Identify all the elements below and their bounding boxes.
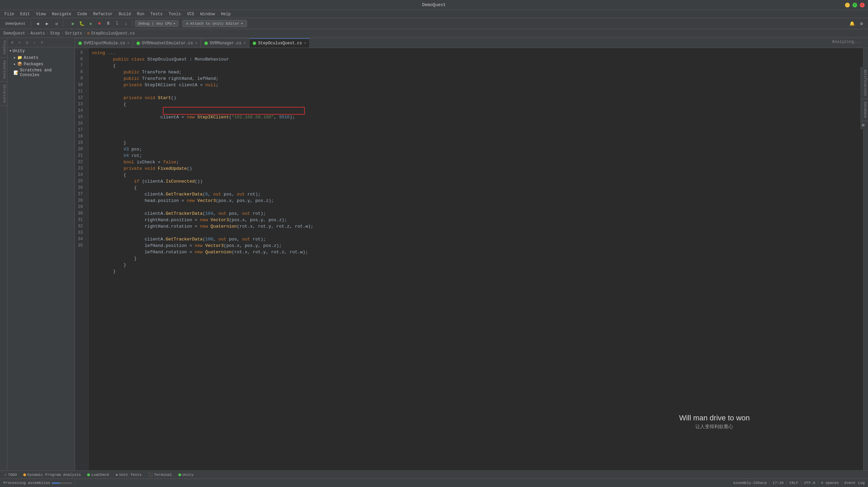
tab-ovrmanager[interactable]: OVRManager.cs ×: [201, 38, 249, 48]
tree-toolbar: ⚙ ⇔ ◎ ↕ ≡: [7, 38, 75, 47]
bottom-tool-unity[interactable]: Unity: [176, 472, 196, 478]
vtab-project[interactable]: Project: [0, 38, 7, 58]
chevron-down-icon: ▾: [173, 21, 175, 26]
attach-unity-dropdown-icon: ▾: [241, 21, 243, 26]
bottom-tool-terminal[interactable]: ⬛ Terminal: [145, 472, 175, 478]
settings-gear-icon[interactable]: ⚙: [861, 121, 868, 129]
tree-item-assets[interactable]: ▸ 📁 Assets: [7, 54, 75, 61]
editor-area: Analyzing... OVRInputModule.cs × OVRHead…: [75, 38, 868, 470]
tree-item-packages[interactable]: ▸ 📦 Packages: [7, 61, 75, 67]
menu-refactor[interactable]: Refactor: [91, 11, 116, 17]
pause-button[interactable]: ⏸: [104, 20, 112, 27]
vtab-database[interactable]: Database: [861, 99, 868, 121]
menu-help[interactable]: Help: [218, 11, 233, 17]
ln-33: 33: [75, 230, 85, 236]
refresh-button[interactable]: ↺: [53, 20, 60, 27]
bottom-tool-luacheck[interactable]: LuaCheck: [84, 472, 112, 478]
menu-window[interactable]: Window: [198, 11, 218, 17]
back-button[interactable]: ◀: [34, 20, 41, 27]
close-button[interactable]: ×: [860, 3, 865, 7]
breadcrumb-demoquest[interactable]: DemoQuest: [3, 31, 25, 36]
vtab-favorites[interactable]: Favorites: [0, 58, 7, 82]
status-sep-1: [75, 481, 75, 485]
toolbar-sep-3: [132, 21, 132, 27]
menu-tests[interactable]: Tests: [148, 11, 165, 17]
tab-close-ovrheadsetemulator[interactable]: ×: [195, 41, 197, 45]
tree-scroll-btn[interactable]: ↕: [31, 40, 38, 46]
tree-collapse-btn[interactable]: ⇔: [17, 40, 23, 46]
tab-bar: OVRInputModule.cs × OVRHeadsetEmulator.c…: [75, 38, 868, 48]
ln-using: 5: [75, 50, 85, 56]
status-event-log[interactable]: Event Log: [845, 481, 865, 485]
notifications-icon[interactable]: 🔔: [848, 20, 856, 27]
app-title: DemoQuest: [422, 2, 446, 7]
ln-30: 30: [75, 210, 85, 217]
status-sep-2: [769, 481, 770, 485]
bottom-tool-todo[interactable]: ✓ TODO: [2, 472, 20, 478]
menu-edit[interactable]: Edit: [18, 11, 33, 17]
bottom-tool-unittests[interactable]: ◈ Unit Tests: [113, 472, 144, 478]
code-line-31: lefHand.rotation = new Quaternion(rot.x,…: [92, 249, 863, 255]
tab-close-ovrmanager[interactable]: ×: [244, 41, 246, 45]
breadcrumb-filename[interactable]: StepOculusQuest.cs: [91, 31, 135, 36]
tree-locate-btn[interactable]: ◎: [24, 40, 30, 46]
step-into-button[interactable]: ↓: [122, 20, 129, 27]
menu-build[interactable]: Build: [116, 11, 133, 17]
menu-code[interactable]: Code: [75, 11, 90, 17]
breadcrumb-scripts[interactable]: Scripts: [65, 31, 82, 36]
breadcrumb-assets[interactable]: Assets: [30, 31, 45, 36]
menu-vcs[interactable]: VCS: [184, 11, 197, 17]
attach-unity-label: Attach to Unity Editor: [190, 22, 239, 26]
code-content: 5 6 7 8 9 10 11 12 13 14 15 16 17 18 19 …: [75, 48, 868, 470]
code-line-26: rightHand.position = new Vector3(pos.x, …: [92, 217, 863, 223]
ln-34: 34: [75, 236, 85, 242]
ln-15: 15: [75, 114, 85, 120]
tab-icon-ovrinputmodule: [78, 42, 82, 45]
minimize-button[interactable]: −: [845, 3, 850, 7]
tree-root-unity[interactable]: ▾ Unity: [7, 47, 75, 54]
tree-root-label: Unity: [13, 49, 25, 53]
ln-35: 35: [75, 242, 85, 249]
breadcrumb-step[interactable]: Step: [50, 31, 60, 36]
menu-file[interactable]: File: [2, 11, 17, 17]
tab-close-stepoculusquest[interactable]: ×: [304, 41, 306, 45]
breadcrumb-file[interactable]: ⚙: [87, 31, 90, 36]
vtab-notifications[interactable]: Notifications: [861, 67, 868, 99]
ln-16: 16: [75, 120, 85, 127]
run-with-coverage-button[interactable]: ◈: [87, 20, 94, 27]
luacheck-dot: [87, 473, 90, 476]
code-line-25: clientA.GetTrackerData(104, out pos, out…: [92, 210, 863, 217]
debug-button[interactable]: 🐛: [78, 20, 85, 27]
menu-view[interactable]: View: [33, 11, 49, 17]
run-button[interactable]: ▶: [69, 20, 77, 27]
code-line-15: V3 pos;: [92, 146, 863, 153]
vtab-structure[interactable]: Structure: [0, 82, 7, 106]
settings-icon[interactable]: ⚙: [858, 20, 865, 27]
stop-button[interactable]: ■: [96, 20, 103, 27]
debug-config-dropdown[interactable]: Debug | Any CPU ▾: [135, 20, 178, 27]
toolbar-sep-2: [63, 21, 63, 27]
menu-navigate[interactable]: Navigate: [49, 11, 74, 17]
attach-unity-button[interactable]: ⊙ Attach to Unity Editor ▾: [182, 20, 247, 27]
tab-label-ovrheadsetemulator: OVRHeadsetEmulator.cs: [142, 41, 193, 46]
tab-ovrheadsetemulator[interactable]: OVRHeadsetEmulator.cs ×: [133, 38, 201, 48]
tree-filter-btn[interactable]: ≡: [39, 40, 45, 46]
code-line-32: }: [92, 255, 863, 262]
menu-tools[interactable]: Tools: [166, 11, 183, 17]
breadcrumb-sep-3: ›: [61, 31, 64, 36]
maximize-button[interactable]: +: [852, 3, 857, 7]
tab-stepoculusquest[interactable]: StepOculusQuest.cs ×: [249, 38, 310, 48]
tab-label-ovrmanager: OVRManager.cs: [210, 41, 242, 46]
code-line-24: [92, 204, 863, 210]
bottom-tool-dpa[interactable]: Dynamic Program Analysis: [21, 472, 83, 478]
menu-run[interactable]: Run: [134, 11, 147, 17]
tree-settings-btn[interactable]: ⚙: [9, 40, 15, 46]
forward-button[interactable]: ▶: [43, 20, 51, 27]
tab-ovrinputmodule[interactable]: OVRInputModule.cs ×: [75, 38, 133, 48]
tree-item-scratches[interactable]: 📝 Scratches and Consoles: [7, 67, 75, 78]
ln-25: 25: [75, 178, 85, 185]
tree-file-icon-scratches: 📝: [14, 70, 19, 75]
tab-close-ovrinputmodule[interactable]: ×: [127, 41, 129, 45]
step-over-button[interactable]: ⤵: [113, 20, 121, 27]
code-lines[interactable]: using ... public class StepOculusQuest :…: [89, 48, 863, 470]
